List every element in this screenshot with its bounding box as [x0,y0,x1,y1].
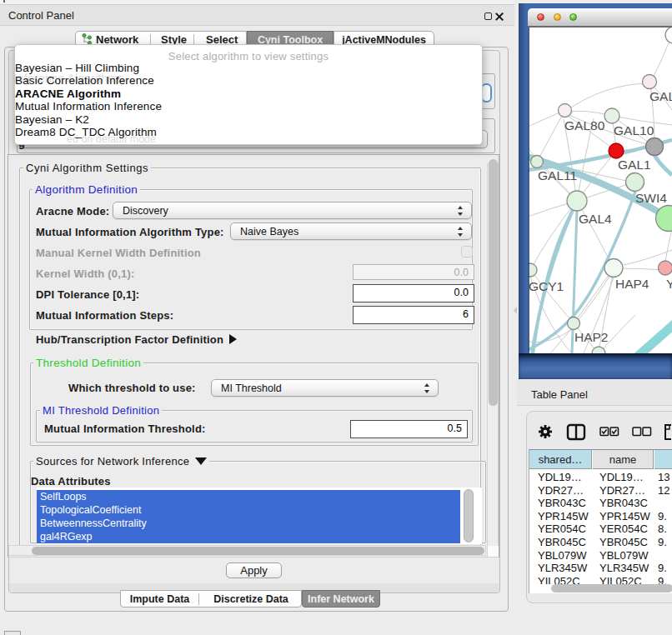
svg-text:HAP4: HAP4 [615,277,649,291]
svg-text:GAL11: GAL11 [538,168,577,182]
svg-text:GAL1: GAL1 [618,158,651,172]
svg-text:HAP2: HAP2 [574,330,609,344]
svg-text:GAL80: GAL80 [564,118,605,132]
svg-text:GAL: GAL [649,89,672,103]
svg-text:SWI4: SWI4 [635,191,667,205]
svg-text:GAL10: GAL10 [614,123,654,138]
svg-text:GAL4: GAL4 [579,212,612,226]
svg-text:GCY1: GCY1 [529,279,564,293]
svg-text:Y: Y [666,277,672,291]
